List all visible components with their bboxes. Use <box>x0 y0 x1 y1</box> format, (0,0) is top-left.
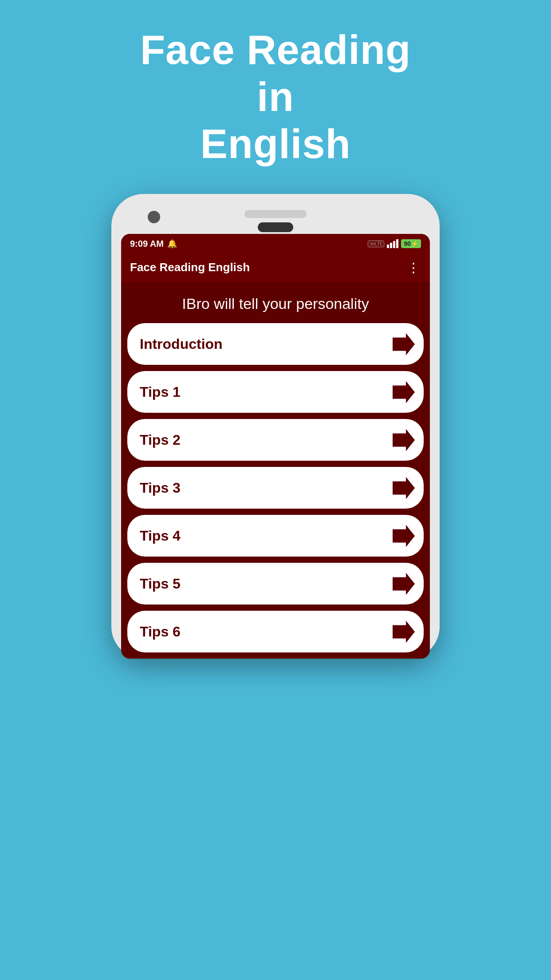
speaker-grille <box>244 210 307 218</box>
menu-item-tips-6[interactable]: Tips 6 <box>127 611 424 652</box>
menu-item-label: Introduction <box>140 336 223 352</box>
menu-list: IntroductionTips 1Tips 2Tips 3Tips 4Tips… <box>121 323 430 659</box>
menu-item-tips-3[interactable]: Tips 3 <box>127 467 424 509</box>
menu-item-label: Tips 6 <box>140 624 181 640</box>
subtitle-text: IBro will tell your personality <box>182 295 369 312</box>
menu-item-tips-2[interactable]: Tips 2 <box>127 419 424 461</box>
app-toolbar: Face Reading English ⋮ <box>121 253 430 282</box>
status-bar-left: 9:09 AM 🔔 <box>130 239 177 249</box>
phone-top-hardware <box>121 206 430 218</box>
front-camera <box>148 211 160 223</box>
menu-item-label: Tips 5 <box>140 576 181 592</box>
status-bar-right: VoLTE 90 ⚡ <box>368 239 421 248</box>
menu-item-label: Tips 2 <box>140 432 181 448</box>
battery-indicator: 90 ⚡ <box>401 239 421 248</box>
volte-badge: VoLTE <box>368 241 384 247</box>
menu-item-introduction[interactable]: Introduction <box>127 323 424 365</box>
signal-bar-4 <box>396 239 398 248</box>
subtitle-area: IBro will tell your personality <box>121 282 430 323</box>
arrow-icon <box>393 381 415 403</box>
signal-bars <box>387 239 398 248</box>
signal-bar-3 <box>393 241 395 248</box>
menu-item-label: Tips 4 <box>140 528 181 544</box>
menu-item-label: Tips 3 <box>140 480 181 496</box>
signal-bar-2 <box>390 243 392 248</box>
arrow-icon <box>393 573 415 595</box>
time-display: 9:09 AM <box>130 239 164 249</box>
arrow-icon <box>393 333 415 355</box>
menu-item-tips-5[interactable]: Tips 5 <box>127 563 424 605</box>
page-title: Face Reading in English <box>140 27 411 167</box>
phone-device: 9:09 AM 🔔 VoLTE 90 ⚡ Face Reading Englis <box>111 194 440 659</box>
status-bar: 9:09 AM 🔔 VoLTE 90 ⚡ <box>121 234 430 253</box>
arrow-icon <box>393 429 415 451</box>
menu-item-label: Tips 1 <box>140 384 181 400</box>
arrow-icon <box>393 620 415 643</box>
signal-bar-1 <box>387 245 389 248</box>
notification-icon: 🔔 <box>167 239 177 249</box>
arrow-icon <box>393 525 415 547</box>
arrow-icon <box>393 477 415 499</box>
menu-item-tips-4[interactable]: Tips 4 <box>127 515 424 557</box>
app-toolbar-title: Face Reading English <box>130 261 250 274</box>
earpiece <box>258 222 293 232</box>
phone-screen: 9:09 AM 🔔 VoLTE 90 ⚡ Face Reading Englis <box>121 234 430 659</box>
menu-item-tips-1[interactable]: Tips 1 <box>127 371 424 413</box>
overflow-menu-button[interactable]: ⋮ <box>407 260 421 275</box>
